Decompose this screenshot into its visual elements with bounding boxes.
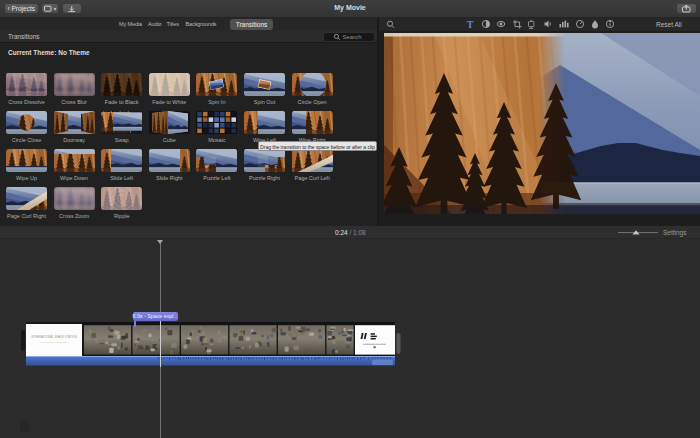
- svg-text:AN ORBITING LABORATORY: AN ORBITING LABORATORY: [39, 341, 69, 343]
- svg-text:INTERNATIONAL SPACE STATION: INTERNATIONAL SPACE STATION: [31, 335, 76, 339]
- svg-text:T: T: [467, 20, 474, 30]
